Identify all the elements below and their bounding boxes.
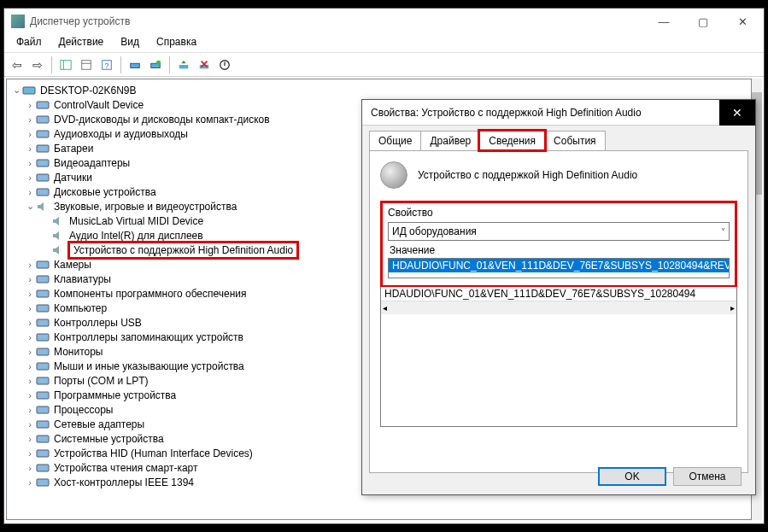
menu-view[interactable]: Вид (112, 34, 148, 52)
update-driver-button[interactable] (174, 56, 193, 74)
tab-general[interactable]: Общие (369, 131, 421, 150)
svg-rect-23 (37, 305, 49, 312)
device-icon (36, 157, 50, 169)
menu-file[interactable]: Файл (8, 34, 50, 52)
dialog-title: Свойства: Устройство с поддержкой High D… (371, 107, 719, 119)
svg-rect-18 (37, 174, 49, 181)
property-selected: ИД оборудования (392, 225, 477, 237)
device-icon (36, 186, 50, 198)
svg-rect-2 (82, 60, 91, 69)
value-label: Значение (390, 244, 730, 256)
svg-rect-34 (37, 465, 49, 471)
device-icon (36, 389, 50, 401)
cancel-button[interactable]: Отмена (673, 467, 742, 486)
svg-rect-19 (37, 189, 49, 196)
property-label: Свойство (388, 207, 730, 219)
properties-dialog: Свойства: Устройство с поддержкой High D… (361, 99, 756, 495)
tab-driver[interactable]: Драйвер (420, 131, 480, 150)
device-icon (36, 447, 50, 459)
speaker-icon (36, 201, 50, 213)
value-listbox[interactable]: HDAUDIO\FUNC_01&VEN_111D&DEV_76E7&SUBSYS… (388, 258, 730, 278)
svg-rect-16 (37, 145, 49, 152)
device-manager-window: Диспетчер устройств — ▢ ✕ Файл Действие … (3, 8, 765, 524)
device-icon (36, 404, 50, 416)
forward-button[interactable]: ⇨ (28, 56, 47, 74)
device-name-label: Устройство с поддержкой High Definition … (418, 169, 637, 181)
app-icon (11, 15, 25, 28)
svg-rect-14 (37, 116, 49, 123)
device-icon (36, 346, 50, 358)
svg-rect-32 (37, 436, 49, 442)
device-icon (36, 476, 50, 488)
svg-rect-0 (61, 60, 71, 69)
svg-rect-20 (37, 261, 49, 268)
device-icon (36, 462, 50, 474)
speaker-icon (51, 244, 65, 256)
maximize-button[interactable]: ▢ (683, 9, 723, 34)
svg-rect-33 (37, 450, 49, 457)
property-group-highlight: Свойство ИД оборудования ˅ Значение HDAU… (380, 201, 737, 288)
svg-rect-22 (37, 290, 49, 297)
titlebar: Диспетчер устройств — ▢ ✕ (4, 9, 764, 34)
dialog-titlebar: Свойства: Устройство с поддержкой High D… (362, 100, 755, 126)
tree-root[interactable]: DESKTOP-02K6N9B (9, 83, 749, 97)
svg-rect-24 (37, 319, 49, 326)
toolbar: ⇦ ⇨ ? (4, 53, 764, 77)
svg-rect-6 (131, 63, 140, 67)
device-icon (36, 288, 50, 300)
properties-button[interactable] (77, 56, 96, 74)
device-icon (36, 375, 50, 387)
device-icon (36, 360, 50, 372)
svg-rect-17 (37, 160, 49, 167)
tab-events[interactable]: События (544, 131, 606, 150)
svg-rect-30 (37, 406, 49, 413)
svg-rect-13 (37, 102, 49, 108)
device-icon (36, 273, 50, 285)
device-icon (36, 317, 50, 329)
speaker-icon (380, 161, 407, 189)
value-item[interactable]: HDAUDIO\FUNC_01&VEN_111D&DEV_76E7&SUBSYS… (381, 287, 736, 301)
svg-rect-26 (37, 348, 49, 355)
device-icon (36, 99, 50, 111)
value-item[interactable]: HDAUDIO\FUNC_01&VEN_111D&DEV_76E7&SUBSYS… (389, 259, 729, 272)
device-icon (36, 418, 50, 430)
tab-details[interactable]: Сведения (479, 131, 545, 150)
uninstall-button[interactable] (195, 56, 214, 74)
ok-button[interactable]: OK (598, 467, 666, 486)
svg-rect-27 (37, 363, 49, 370)
window-title: Диспетчер устройств (30, 15, 644, 27)
device-icon (36, 172, 50, 184)
dialog-body: Устройство с поддержкой High Definition … (369, 150, 748, 473)
value-listbox-rest[interactable]: HDAUDIO\FUNC_01&VEN_111D&DEV_76E7&SUBSYS… (380, 287, 737, 427)
show-hide-tree-button[interactable] (56, 56, 75, 74)
dialog-close-button[interactable]: ✕ (719, 100, 755, 126)
speaker-icon (51, 230, 65, 242)
svg-rect-28 (37, 377, 49, 384)
device-icon (36, 331, 50, 343)
device-icon (36, 433, 50, 445)
svg-rect-9 (179, 65, 189, 68)
speaker-icon (51, 215, 65, 227)
horizontal-scrollbar[interactable]: ◂▸ (381, 301, 736, 314)
svg-rect-29 (37, 392, 49, 399)
close-button[interactable]: ✕ (723, 9, 762, 34)
svg-rect-25 (37, 334, 49, 341)
menu-action[interactable]: Действие (50, 34, 113, 52)
minimize-button[interactable]: — (644, 9, 683, 34)
svg-point-8 (156, 60, 161, 64)
disable-button[interactable] (215, 56, 234, 74)
back-button[interactable]: ⇦ (8, 56, 26, 74)
menu-help[interactable]: Справка (148, 34, 205, 52)
device-icon (36, 128, 50, 140)
svg-rect-21 (37, 276, 49, 283)
device-icon (22, 85, 36, 96)
device-icon (36, 114, 50, 126)
dialog-tabs: Общие Драйвер Сведения События (362, 126, 755, 150)
help-button[interactable]: ? (97, 56, 116, 74)
property-dropdown[interactable]: ИД оборудования ˅ (388, 222, 730, 241)
add-hardware-button[interactable] (146, 56, 165, 74)
svg-rect-31 (37, 421, 49, 428)
device-icon (36, 143, 50, 155)
svg-rect-12 (23, 87, 35, 94)
scan-hardware-button[interactable] (126, 56, 144, 74)
